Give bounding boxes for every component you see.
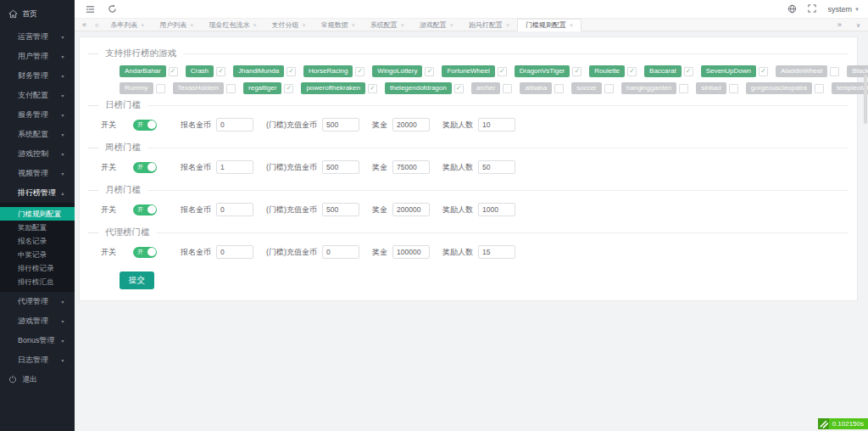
field-input-奖金[interactable] [392, 245, 430, 259]
game-checkbox[interactable]: ✓ [572, 67, 581, 76]
sidebar-subitem-门槛规则配置[interactable]: 门槛规则配置 [0, 207, 75, 221]
field-input-奖金[interactable] [392, 160, 430, 174]
game-checkbox[interactable]: ✓ [368, 84, 377, 93]
field-input-奖励人数[interactable] [478, 245, 515, 259]
field-input-(门槛)充值金币[interactable] [322, 245, 359, 259]
game-checkbox[interactable]: ✓ [627, 67, 637, 76]
tab-常规数据[interactable]: 常规数据× [314, 19, 363, 31]
refresh-icon[interactable] [108, 4, 117, 14]
field-input-报名金币[interactable] [216, 245, 253, 259]
user-menu[interactable]: system ▼ [828, 5, 860, 14]
field-input-(门槛)充值金币[interactable] [322, 118, 359, 132]
field-input-(门槛)充值金币[interactable] [322, 160, 359, 174]
field-input-奖励人数[interactable] [478, 203, 515, 216]
field-input-(门槛)充值金币[interactable] [322, 203, 359, 216]
field-input-奖金[interactable] [392, 118, 430, 132]
tab-close-icon[interactable]: × [190, 22, 193, 28]
scrollbar-thumb[interactable] [864, 75, 867, 124]
game-checkbox[interactable]: ✓ [454, 84, 464, 93]
sidebar-subitem-排行榜记录[interactable]: 排行榜记录 [0, 261, 75, 275]
sidebar-item-服务管理[interactable]: 服务管理▼ [0, 105, 75, 125]
game-checkbox[interactable] [156, 84, 165, 93]
tab-close-icon[interactable]: × [352, 22, 355, 28]
sidebar-item-代理管理[interactable]: 代理管理▼ [0, 292, 75, 311]
tab-close-icon[interactable]: × [506, 22, 509, 28]
field-input-报名金币[interactable] [216, 118, 253, 132]
sidebar-item-游戏控制[interactable]: 游戏控制▼ [0, 144, 75, 164]
game-checkbox[interactable]: ✓ [355, 67, 364, 76]
tab-close-icon[interactable]: × [253, 22, 256, 28]
logout-button[interactable]: 退出 [0, 370, 75, 389]
sidebar-item-日志管理[interactable]: 日志管理▼ [0, 350, 75, 370]
tabs-dropdown-icon[interactable]: ∨ [852, 19, 865, 31]
field-input-报名金币[interactable] [216, 203, 253, 216]
tab-close-icon[interactable]: × [450, 22, 453, 28]
game-checkbox[interactable]: ✓ [284, 84, 293, 93]
game-tag: templeofathena [832, 82, 868, 94]
game-checkbox[interactable] [679, 84, 688, 93]
tab-支付分组[interactable]: 支付分组× [264, 19, 314, 31]
tabs-refresh-icon[interactable]: ○ [91, 19, 103, 31]
game-checkbox[interactable]: ✓ [169, 67, 178, 76]
sidebar-item-Bonus管理[interactable]: Bonus管理▼ [0, 331, 75, 350]
sidebar-home-label: 首页 [22, 8, 37, 20]
sidebar-subitem-中奖记录[interactable]: 中奖记录 [0, 248, 75, 261]
game-checkbox[interactable]: ✓ [425, 67, 434, 76]
tab-close-icon[interactable]: × [570, 22, 573, 28]
game-checkbox[interactable]: ✓ [759, 67, 768, 76]
tab-游戏配置[interactable]: 游戏配置× [412, 19, 461, 31]
chevron-down-icon: ▼ [60, 35, 64, 39]
sidebar-item-支付配置[interactable]: 支付配置▼ [0, 86, 75, 105]
sidebar-item-用户管理[interactable]: 用户管理▼ [0, 47, 75, 66]
game-checkbox[interactable] [815, 84, 824, 93]
game-checkbox[interactable] [729, 84, 738, 93]
game-checkbox[interactable] [830, 67, 839, 76]
toggle-switch[interactable]: 开 [133, 204, 157, 216]
toggle-switch[interactable]: 开 [133, 162, 157, 173]
sidebar-subitem-排行榜汇总[interactable]: 排行榜汇总 [0, 275, 75, 288]
field-group: 奖金 [372, 160, 430, 174]
sidebar-item-系统配置[interactable]: 系统配置▼ [0, 125, 75, 144]
menu-fold-icon[interactable] [86, 4, 95, 14]
game-checkbox[interactable]: ✓ [498, 67, 507, 76]
sidebar-subitem-报名记录[interactable]: 报名记录 [0, 234, 75, 248]
sidebar-item-排行榜管理[interactable]: 排行榜管理▲ [0, 183, 75, 203]
sidebar-item-home[interactable]: 首页 [0, 0, 75, 27]
game-chip-alibaba: alibaba [520, 82, 564, 94]
tab-close-icon[interactable]: × [141, 22, 144, 28]
tab-现金红包流水[interactable]: 现金红包流水× [201, 19, 264, 31]
game-checkbox[interactable]: ✓ [684, 67, 693, 76]
game-checkbox[interactable] [226, 84, 236, 93]
game-checkbox[interactable] [604, 84, 614, 93]
heading-dash [88, 148, 98, 148]
fullscreen-icon[interactable] [808, 4, 817, 14]
runtime-trace-badge[interactable]: 0.102150s [818, 418, 868, 429]
tab-杀率列表[interactable]: 杀率列表× [103, 19, 152, 31]
language-globe-icon[interactable] [787, 4, 797, 14]
tab-系统配置[interactable]: 系统配置× [363, 19, 412, 31]
tab-跑马灯配置[interactable]: 跑马灯配置× [461, 19, 517, 31]
game-checkbox[interactable] [554, 84, 564, 93]
field-input-奖金[interactable] [392, 203, 430, 216]
field-input-奖励人数[interactable] [478, 118, 515, 132]
sidebar-item-视频管理[interactable]: 视频管理▼ [0, 164, 75, 183]
game-checkbox[interactable] [503, 84, 512, 93]
sidebar-item-财务管理[interactable]: 财务管理▼ [0, 66, 75, 86]
game-checkbox[interactable]: ✓ [287, 67, 296, 76]
tab-close-icon[interactable]: × [303, 22, 306, 28]
game-checkbox[interactable]: ✓ [216, 67, 225, 76]
field-input-奖励人数[interactable] [478, 160, 515, 174]
tab-close-icon[interactable]: × [401, 22, 404, 28]
field-label: 奖金 [372, 204, 387, 216]
toggle-switch[interactable]: 开 [133, 120, 157, 131]
tab-用户列表[interactable]: 用户列表× [152, 19, 201, 31]
sidebar-item-游戏管理[interactable]: 游戏管理▼ [0, 311, 75, 331]
field-input-报名金币[interactable] [216, 160, 253, 174]
tab-门槛规则配置[interactable]: 门槛规则配置× [517, 19, 581, 31]
sidebar-item-运营管理[interactable]: 运营管理▼ [0, 27, 75, 47]
submit-button[interactable]: 提交 [120, 271, 154, 289]
toggle-switch[interactable]: 开 [133, 247, 157, 258]
tabs-collapse-icon[interactable]: « [78, 19, 91, 31]
tabs-more-icon[interactable]: » [833, 19, 846, 31]
sidebar-subitem-奖励配置[interactable]: 奖励配置 [0, 221, 75, 234]
